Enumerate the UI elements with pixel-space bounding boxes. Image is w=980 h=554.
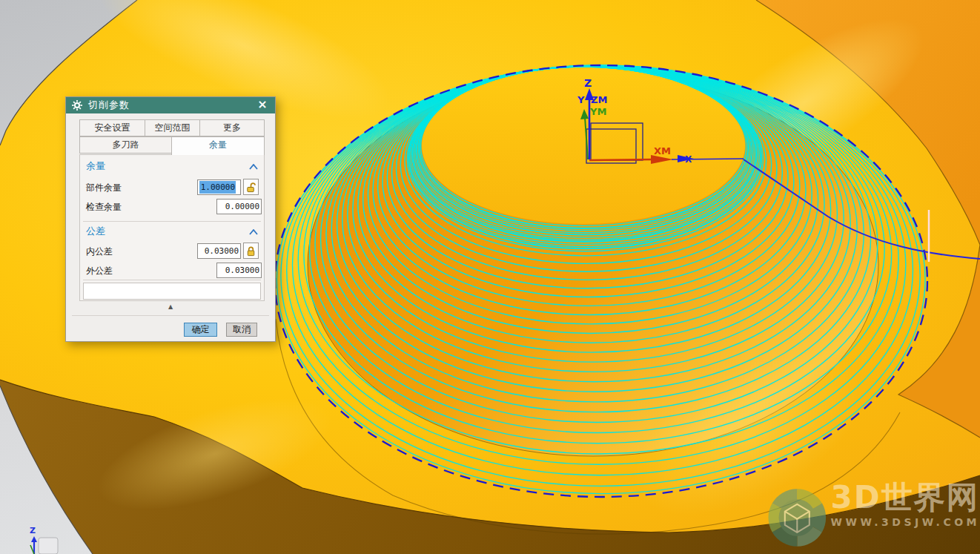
inner-tolerance-lock-button[interactable]: [243, 243, 259, 259]
dialog-resize-grip[interactable]: ▲: [66, 303, 275, 310]
pocket-bottom-face: [422, 67, 745, 224]
view-orientation-triad[interactable]: Z: [22, 523, 74, 554]
y-axis-label: Y: [577, 94, 585, 105]
xm-axis-arrow: [589, 159, 652, 160]
empty-list-box: [83, 283, 261, 300]
footer-divider: [72, 315, 269, 316]
tab-spatial-range[interactable]: 空间范围: [145, 119, 200, 136]
tab-stock-selected[interactable]: 余量: [171, 136, 265, 155]
part-stock-input[interactable]: 1.00000: [197, 179, 241, 195]
dialog-content-panel: 余量 部件余量 1.00000 检查余量 0.00000 公差 内公差 0.03…: [79, 154, 265, 301]
tab-more[interactable]: 更多: [199, 119, 265, 136]
ok-button[interactable]: 确定: [184, 323, 217, 337]
check-stock-input[interactable]: 0.00000: [216, 199, 262, 214]
xm-axis-label: XM: [654, 145, 671, 156]
close-icon[interactable]: ×: [256, 99, 269, 112]
inner-tolerance-input[interactable]: 0.03000: [197, 243, 241, 259]
dialog-title: 切削参数: [88, 99, 256, 112]
unlocked-padlock-icon: [245, 182, 256, 193]
zm-axis-label: ZM: [591, 94, 607, 105]
section-divider: [83, 221, 261, 222]
selected-value: 1.00000: [199, 181, 236, 194]
tab-multi-pass[interactable]: 多刀路: [79, 136, 172, 154]
nx-cam-application: { "dialog": { "title": "切削参数", "close_la…: [0, 0, 980, 554]
outer-tolerance-input[interactable]: 0.03000: [216, 263, 262, 278]
part-stock-unlock-button[interactable]: [243, 179, 259, 195]
x-axis-label: X: [685, 154, 692, 165]
stock-section-header: 余量: [86, 159, 105, 173]
locked-padlock-icon: [245, 245, 256, 257]
inner-tolerance-label: 内公差: [86, 245, 113, 258]
check-stock-label: 检查余量: [86, 201, 122, 214]
section-divider: [83, 280, 261, 280]
collapse-chevron-icon[interactable]: [249, 229, 258, 235]
gear-icon: [72, 100, 82, 111]
ym-axis-label: YM: [589, 106, 606, 117]
tolerance-section-header: 公差: [86, 225, 105, 238]
triad-box: [39, 538, 58, 554]
outer-tolerance-label: 外公差: [86, 265, 113, 277]
tab-safety-settings[interactable]: 安全设置: [79, 119, 145, 136]
triad-z-label: Z: [30, 526, 36, 535]
cutting-parameters-dialog: 切削参数 × 安全设置 空间范围 更多 多刀路 余量 余量 部件余量 1.000…: [65, 96, 276, 342]
z-axis-label: Z: [584, 77, 592, 89]
collapse-chevron-icon[interactable]: [249, 164, 258, 170]
part-stock-label: 部件余量: [86, 182, 122, 194]
cancel-button[interactable]: 取消: [226, 323, 257, 337]
dialog-titlebar[interactable]: 切削参数 ×: [66, 97, 275, 113]
